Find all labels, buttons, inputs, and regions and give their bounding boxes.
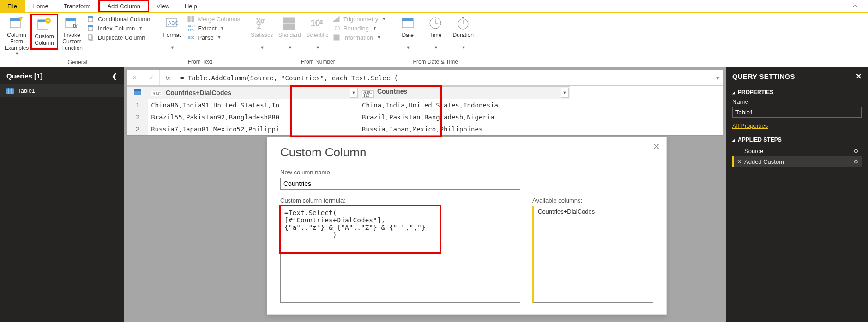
- trigonometry-icon: [333, 15, 340, 23]
- formula-bar-input[interactable]: [176, 70, 712, 85]
- query-settings-close-button[interactable]: ✕: [856, 72, 862, 81]
- column-from-examples-button[interactable]: Column From Examples▼: [3, 14, 30, 58]
- extract-icon: ABC123: [187, 24, 195, 32]
- svg-rect-23: [289, 24, 295, 30]
- index-column-button[interactable]: Index Column▼: [87, 24, 151, 32]
- custom-column-button[interactable]: Custom Column: [30, 14, 58, 50]
- type-any-icon: ABC123: [362, 90, 374, 98]
- duration-button[interactable]: Duration▼: [449, 14, 477, 52]
- formula-cancel-button[interactable]: ✕: [127, 70, 143, 85]
- statistics-icon: XσΣ: [254, 16, 269, 30]
- svg-rect-21: [289, 18, 295, 23]
- column-filter-dropdown[interactable]: ▼: [350, 88, 358, 98]
- duplicate-column-icon: [88, 34, 95, 41]
- tab-home[interactable]: Home: [25, 0, 56, 12]
- formula-fx-button[interactable]: fx: [160, 70, 176, 85]
- trigonometry-button: Trigonometry▼: [332, 15, 387, 23]
- column-from-examples-icon: [9, 16, 24, 30]
- time-icon: [428, 16, 443, 30]
- column-header-countries[interactable]: ABC123 Countries ▼: [359, 87, 570, 99]
- query-settings-title: QUERY SETTINGS: [732, 72, 795, 80]
- svg-rect-9: [88, 16, 93, 18]
- group-label-from-text: From Text: [158, 58, 242, 67]
- grid-corner[interactable]: [127, 87, 148, 99]
- standard-button: Standard▼: [276, 14, 303, 52]
- svg-rect-36: [134, 89, 141, 91]
- tab-transform[interactable]: Transform: [56, 0, 99, 12]
- parse-button[interactable]: abc Parse▼: [187, 33, 241, 42]
- applied-steps-title: APPLIED STEPS: [738, 137, 782, 143]
- query-item-table1[interactable]: Table1: [0, 84, 124, 97]
- svg-text:Σ: Σ: [257, 23, 261, 30]
- dialog-close-button[interactable]: ✕: [653, 142, 660, 152]
- conditional-column-button[interactable]: Conditional Column: [87, 15, 151, 23]
- table-icon: [6, 88, 14, 94]
- query-name-input[interactable]: [732, 107, 862, 118]
- rounding-button: .00 Rounding▼: [332, 24, 387, 32]
- svg-text:fx: fx: [73, 23, 78, 29]
- custom-formula-input[interactable]: =Text.Select( [#"Countries+DialCodes"], …: [280, 206, 520, 303]
- gear-icon[interactable]: ⚙: [853, 158, 859, 165]
- all-properties-link[interactable]: All Properties: [732, 122, 768, 129]
- svg-rect-20: [283, 18, 289, 23]
- formula-expand-button[interactable]: ▾: [712, 74, 723, 81]
- formula-commit-button[interactable]: ✓: [143, 70, 160, 85]
- standard-icon: [282, 16, 297, 30]
- scientific-icon: 10²: [310, 16, 325, 30]
- table-row[interactable]: 3 Russia7,Japan81,Mexico52,Philippi… Rus…: [127, 123, 570, 135]
- tab-help[interactable]: Help: [177, 0, 205, 12]
- svg-rect-22: [283, 24, 289, 30]
- available-columns-list[interactable]: Countries+DialCodes: [532, 206, 653, 303]
- table-row[interactable]: 2 Brazil55,Pakistan92,Bangladesh880… Bra…: [127, 111, 570, 123]
- gear-icon[interactable]: ⚙: [853, 148, 859, 155]
- duration-icon: [456, 16, 470, 30]
- conditional-column-icon: [88, 15, 95, 23]
- svg-rect-6: [66, 18, 76, 21]
- information-icon: [333, 34, 340, 41]
- time-button[interactable]: Time▼: [422, 14, 449, 52]
- svg-rect-25: [334, 35, 339, 40]
- scientific-button: 10² Scientific▼: [303, 14, 331, 52]
- ribbon-collapse-toggle[interactable]: [844, 0, 868, 12]
- table-row[interactable]: 1 China86,India91,United States1,In… Chi…: [127, 99, 570, 111]
- column-from-examples-label: Column From Examples: [4, 32, 30, 51]
- queries-panel-title: Queries [1]: [6, 72, 42, 80]
- dialog-title: Custom Column: [280, 145, 653, 160]
- tab-file[interactable]: File: [0, 0, 25, 12]
- svg-rect-30: [462, 17, 464, 18]
- invoke-custom-function-icon: fx: [65, 16, 79, 30]
- custom-column-dialog: ✕ Custom Column New column name Custom c…: [267, 137, 667, 315]
- column-filter-dropdown[interactable]: ▼: [561, 88, 569, 98]
- svg-rect-11: [88, 25, 93, 27]
- index-column-icon: [88, 24, 95, 32]
- statistics-button: XσΣ Statistics▼: [248, 14, 276, 52]
- svg-rect-32: [6, 88, 14, 89]
- queries-collapse-button[interactable]: ❮: [112, 72, 117, 80]
- new-column-name-input[interactable]: [280, 178, 520, 190]
- applied-step-added-custom[interactable]: ✕ Added Custom ⚙: [732, 156, 862, 167]
- invoke-custom-function-button[interactable]: fx Invoke Custom Function: [58, 14, 86, 53]
- svg-text:10²: 10²: [311, 18, 323, 28]
- group-label-from-datetime: From Date & Time: [394, 58, 477, 67]
- extract-button[interactable]: ABC123 Extract▼: [187, 24, 241, 32]
- date-button[interactable]: Date▼: [394, 14, 422, 52]
- parse-icon: abc: [187, 34, 195, 41]
- duplicate-column-button[interactable]: Duplicate Column: [87, 33, 151, 42]
- custom-formula-label: Custom column formula:: [280, 197, 520, 204]
- invoke-custom-function-label: Invoke Custom Function: [59, 32, 85, 51]
- date-icon: [400, 16, 415, 30]
- merge-columns-button: Merge Columns: [187, 15, 241, 23]
- format-button[interactable]: ABC Format▼: [158, 14, 186, 52]
- applied-step-source[interactable]: Source ⚙: [732, 146, 862, 156]
- delete-step-icon[interactable]: ✕: [737, 158, 742, 165]
- tab-add-column[interactable]: Add Column: [98, 0, 149, 12]
- available-column-item[interactable]: Countries+DialCodes: [538, 208, 649, 215]
- tab-view[interactable]: View: [149, 0, 177, 12]
- svg-rect-16: [188, 16, 190, 22]
- available-columns-label: Available columns:: [532, 197, 653, 204]
- column-header-countries-dialcodes[interactable]: ABC Countries+DialCodes ▼: [148, 87, 359, 99]
- svg-rect-27: [402, 18, 413, 21]
- merge-columns-icon: [187, 15, 195, 23]
- custom-column-icon: [37, 17, 52, 32]
- properties-section-title: PROPERTIES: [738, 89, 773, 95]
